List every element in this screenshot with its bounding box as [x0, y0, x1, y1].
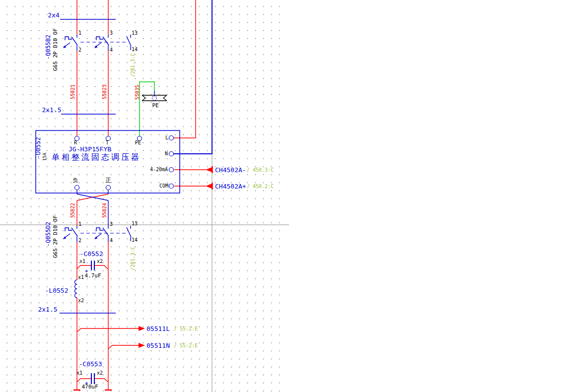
terminal-label: x2 [97, 259, 103, 264]
breaker-symbol-q055b2[interactable] [63, 35, 131, 51]
signal-xref: / 450.2:C [247, 184, 274, 189]
terminal-label: 2 [78, 48, 81, 53]
pe-ground-symbol[interactable] [142, 91, 167, 101]
arrow-05511n[interactable] [139, 343, 145, 348]
arrow-05511l[interactable] [139, 326, 145, 331]
terminal-label: x2 [78, 298, 84, 303]
breaker-lower-xref: /201.3:C [131, 247, 136, 270]
capacitor-c0553-name[interactable]: -C0553 [79, 361, 102, 367]
terminal-label: 2 [78, 238, 81, 243]
wire-number: 55023 [102, 84, 107, 99]
wire-number: 55021 [71, 84, 75, 99]
terminal-label: 正 [106, 178, 111, 183]
terminal-label: 14 [132, 238, 138, 243]
terminal-label: x1 [76, 371, 82, 376]
terminal-label: 1 [78, 222, 81, 227]
pe-green-wire [140, 82, 154, 136]
terminal-label: x2 [97, 371, 103, 376]
signal-label-ch4502a-minus[interactable]: CH4502A- [215, 167, 246, 173]
wire-number: 55035 [135, 85, 140, 100]
wire-number: 55022 [71, 203, 75, 218]
pe-ground-label: PE [152, 103, 158, 108]
terminal-label: 4 [110, 48, 113, 53]
signal-xref: / 55:2:E [174, 327, 198, 331]
terminal-label: x1 [78, 275, 84, 280]
terminal-label: x1 [79, 259, 85, 264]
breaker-upper-name[interactable]: -Q055B2 [45, 35, 51, 60]
capacitor-c0552-name[interactable]: -C0552 [80, 251, 103, 257]
terminal-label: L [165, 135, 168, 140]
regulator-name[interactable]: -U0552 [35, 137, 41, 158]
terminal-label: COM [159, 184, 168, 189]
signal-label-ch4502a-plus[interactable]: CH4502A+ [215, 183, 246, 190]
terminal-label: 负 [73, 178, 78, 183]
capacitor-symbol-c0552[interactable] [91, 261, 94, 270]
terminal-label: 3 [110, 222, 113, 227]
capacitor-symbol-c0553[interactable] [91, 373, 94, 384]
cable-size-lower: 2x1.5 [38, 306, 57, 313]
red-wires [73, 0, 213, 390]
terminal-label: PE [135, 140, 141, 145]
wire-number: 55024 [102, 203, 107, 218]
signal-xref: / 55:2:E [174, 343, 198, 348]
signal-label-05511n[interactable]: 05511N [146, 342, 170, 349]
capacitor-c0552-value: 4.7uF [84, 273, 101, 278]
capacitor-c0553-value: 470uF [81, 384, 98, 390]
arrow-ch4502a-plus[interactable] [206, 184, 212, 189]
regulator-rating: 15A [43, 153, 47, 161]
terminal-label: 3 [110, 31, 113, 36]
terminal-label: 13 [132, 31, 138, 36]
terminal-label: 13 [132, 221, 138, 226]
arrow-ch4502a-minus[interactable] [206, 167, 212, 172]
signal-xref: / 450.3:C [247, 168, 274, 173]
regulator-description: 单相整流固态调压器 [52, 153, 141, 161]
breaker-symbol-q055d2[interactable] [63, 226, 131, 242]
cable-size-top: 2x4 [48, 12, 59, 18]
breaker-lower-name[interactable]: -Q055D2 [45, 222, 51, 247]
terminal-label: T [106, 140, 109, 145]
schematic-drawing [0, 0, 572, 392]
terminal-label: 14 [132, 47, 138, 52]
signal-label-05511l[interactable]: 05511L [146, 326, 170, 332]
terminal-label: 4 [110, 238, 113, 243]
terminal-label: 4-20mA [150, 167, 168, 172]
schematic-canvas: 2x4 2x1.5 2x1.5 -Q055B2 G65 2P D10 OF /2… [0, 0, 572, 392]
breaker-upper-spec: G65 2P D10 OF [53, 28, 58, 71]
signal-arrows [139, 167, 212, 348]
breaker-upper-xref: /201.3:C [131, 53, 136, 77]
terminal-label: R [74, 140, 77, 145]
regulator-model: JG-H3P15FYB [69, 146, 111, 152]
inductor-symbol-l0552[interactable] [75, 280, 77, 298]
terminal-label: 1 [78, 31, 81, 36]
inductor-l0552-name[interactable]: -L0552 [45, 287, 69, 294]
terminal-label: N [165, 151, 168, 156]
breaker-lower-spec: G65 2P D10 OF [53, 215, 58, 258]
cable-size-upper: 2x1.5 [42, 107, 61, 113]
